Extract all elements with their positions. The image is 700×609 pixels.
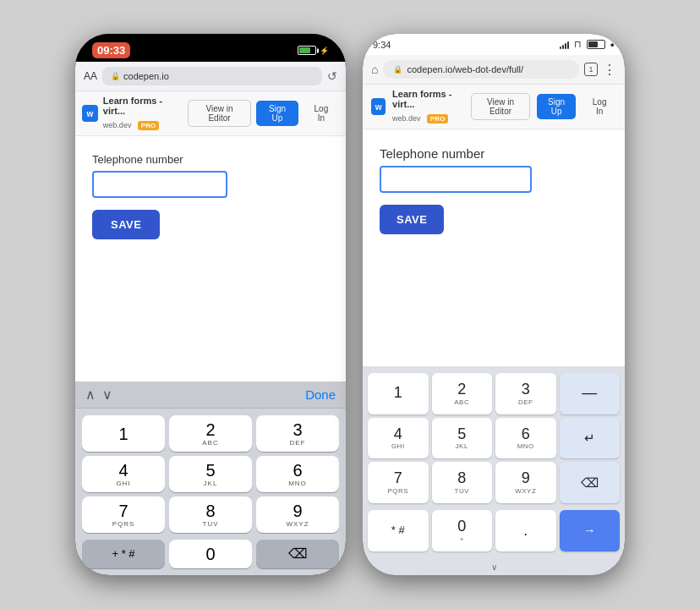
ios-key-0[interactable]: 0 — [169, 540, 252, 568]
android-learn-subtitle: web.dev — [392, 114, 421, 123]
ios-status-right: ⚡ — [298, 46, 329, 55]
ios-battery-fill — [299, 47, 310, 53]
android-pro-badge: PRO — [427, 114, 448, 123]
left-phone: 09:33 ⚡ AA 🔒 codepen.io ↺ w — [75, 34, 346, 575]
android-learn-info: Learn forms - virt... web.dev PRO — [392, 89, 464, 124]
android-key-3[interactable]: 3 DEF — [495, 373, 556, 414]
ios-learn-subtitle: web.dev — [103, 121, 132, 129]
android-key-6[interactable]: 6 MNO — [495, 418, 556, 459]
ios-key-7[interactable]: 7 PQRS — [82, 497, 165, 533]
android-learn-logo: w — [371, 98, 386, 115]
ios-arrow-up[interactable]: ∧ — [85, 387, 96, 403]
android-status-icons: ⊓ ● — [560, 39, 615, 50]
ios-notch — [160, 34, 261, 54]
ios-learn-info: Learn forms - virt... web.dev PRO — [103, 96, 183, 131]
ios-aa-text[interactable]: AA — [84, 70, 97, 82]
android-key-backspace[interactable]: ⌫ — [560, 462, 621, 503]
ios-key-grid: 1 2 ABC 3 DEF 4 GHI 5 JKL — [75, 409, 346, 536]
ios-view-editor-button[interactable]: View in Editor — [188, 100, 251, 127]
ios-key-9[interactable]: 9 WXYZ — [256, 497, 339, 533]
ios-key-4[interactable]: 4 GHI — [82, 456, 165, 492]
android-chevron-icon[interactable]: ∨ — [491, 562, 497, 572]
android-more-icon[interactable]: ⋮ — [603, 62, 616, 78]
android-key-go[interactable]: → — [560, 510, 621, 551]
android-battery-icon — [587, 40, 605, 49]
android-key-symbols[interactable]: * # — [368, 510, 429, 551]
android-bottom-bar: ∨ — [363, 558, 625, 575]
android-wifi-icon: ⊓ — [574, 39, 582, 50]
ios-url-text: codepen.io — [123, 71, 169, 81]
ios-learn-toolbar: w Learn forms - virt... web.dev PRO View… — [75, 91, 346, 136]
android-signup-button[interactable]: Sign Up — [537, 94, 576, 119]
android-key-4[interactable]: 4 GHI — [368, 418, 429, 459]
ios-login-button[interactable]: Log In — [304, 101, 339, 126]
android-key-9[interactable]: 9 WXYZ — [495, 462, 556, 503]
android-key-enter[interactable]: ↵ — [560, 418, 621, 459]
ios-bottom-row: + * # 0 ⌫ — [75, 536, 346, 575]
android-home-icon[interactable]: ⌂ — [371, 63, 378, 76]
android-learn-title: Learn forms - virt... — [392, 89, 464, 109]
android-logo-text: w — [375, 102, 382, 112]
signal-bar-1 — [560, 47, 561, 49]
android-tel-input[interactable] — [380, 166, 532, 193]
ios-url-pill[interactable]: 🔒 codepen.io — [102, 67, 322, 85]
android-battery-fill — [588, 41, 599, 47]
android-login-button[interactable]: Log In — [582, 94, 616, 119]
android-key-8[interactable]: 8 TUV — [432, 462, 493, 503]
ios-arrow-down[interactable]: ∨ — [102, 387, 112, 403]
android-signal-icon — [560, 41, 569, 49]
ios-key-6[interactable]: 6 MNO — [256, 456, 339, 492]
signal-bar-4 — [567, 41, 569, 49]
ios-url-bar: AA 🔒 codepen.io ↺ — [75, 62, 346, 91]
android-key-5[interactable]: 5 JKL — [432, 418, 493, 459]
android-view-editor-button[interactable]: View in Editor — [471, 93, 530, 120]
ios-screen: AA 🔒 codepen.io ↺ w Learn forms - virt..… — [75, 62, 346, 575]
ios-key-1[interactable]: 1 — [82, 415, 165, 452]
android-key-dot[interactable]: . — [495, 510, 556, 551]
ios-keyboard-toolbar: ∧ ∨ Done — [75, 381, 346, 409]
ios-key-symbols[interactable]: + * # — [82, 540, 165, 568]
android-status-bar: 9:34 ⊓ ● — [363, 34, 625, 55]
ios-battery-icon — [298, 46, 316, 55]
ios-charging-icon: ⚡ — [320, 47, 329, 55]
ios-browser-chrome: AA 🔒 codepen.io ↺ — [75, 62, 346, 91]
android-battery-percent: ● — [610, 41, 615, 49]
ios-nav-arrows: ∧ ∨ — [85, 387, 112, 403]
android-screen: ⌂ 🔒 codepen.io/web-dot-dev/full/ 1 ⋮ w L… — [363, 55, 625, 575]
android-url-bar: ⌂ 🔒 codepen.io/web-dot-dev/full/ 1 ⋮ — [363, 55, 625, 85]
ios-time: 09:33 — [92, 42, 130, 58]
android-keyboard: 1 2 ABC 3 DEF — 4 GHI — [363, 366, 625, 575]
android-key-grid: 1 2 ABC 3 DEF — 4 GHI — [363, 366, 625, 507]
android-key-0[interactable]: 0 + — [432, 510, 493, 551]
ios-key-8[interactable]: 8 TUV — [169, 497, 252, 533]
ios-tel-input[interactable] — [92, 171, 227, 198]
ios-page-content: Telephone number SAVE — [75, 136, 346, 381]
android-key-7[interactable]: 7 PQRS — [368, 462, 429, 503]
ios-reload-button[interactable]: ↺ — [327, 69, 337, 83]
android-field-label: Telephone number — [380, 146, 608, 161]
android-page-content: Telephone number SAVE — [363, 129, 625, 366]
android-tab-icon[interactable]: 1 — [584, 63, 598, 76]
ios-done-button[interactable]: Done — [305, 387, 336, 402]
ios-key-5[interactable]: 5 JKL — [169, 456, 252, 492]
right-phone: 9:34 ⊓ ● ⌂ 🔒 codepen.io/web-dot-dev/full… — [363, 34, 625, 575]
android-save-button[interactable]: SAVE — [380, 205, 444, 234]
ios-learn-title: Learn forms - virt... — [103, 96, 183, 116]
android-url-text: codepen.io/web-dot-dev/full/ — [407, 64, 523, 74]
ios-lock-icon: 🔒 — [111, 72, 120, 80]
signal-bar-3 — [565, 43, 566, 49]
android-lock-icon: 🔒 — [393, 65, 402, 74]
ios-key-backspace[interactable]: ⌫ — [256, 540, 339, 568]
android-key-dash[interactable]: — — [560, 373, 621, 414]
ios-field-label: Telephone number — [92, 153, 329, 166]
ios-key-3[interactable]: 3 DEF — [256, 415, 339, 452]
android-url-pill[interactable]: 🔒 codepen.io/web-dot-dev/full/ — [383, 60, 579, 79]
ios-signup-button[interactable]: Sign Up — [256, 101, 298, 126]
android-key-1[interactable]: 1 — [368, 373, 429, 414]
android-key-2[interactable]: 2 ABC — [432, 373, 493, 414]
signal-bar-2 — [562, 45, 564, 49]
ios-save-button[interactable]: SAVE — [92, 210, 160, 239]
ios-learn-logo: w — [82, 105, 98, 122]
ios-keyboard: ∧ ∨ Done 1 2 ABC 3 DEF — [75, 381, 346, 575]
ios-key-2[interactable]: 2 ABC — [169, 415, 252, 452]
